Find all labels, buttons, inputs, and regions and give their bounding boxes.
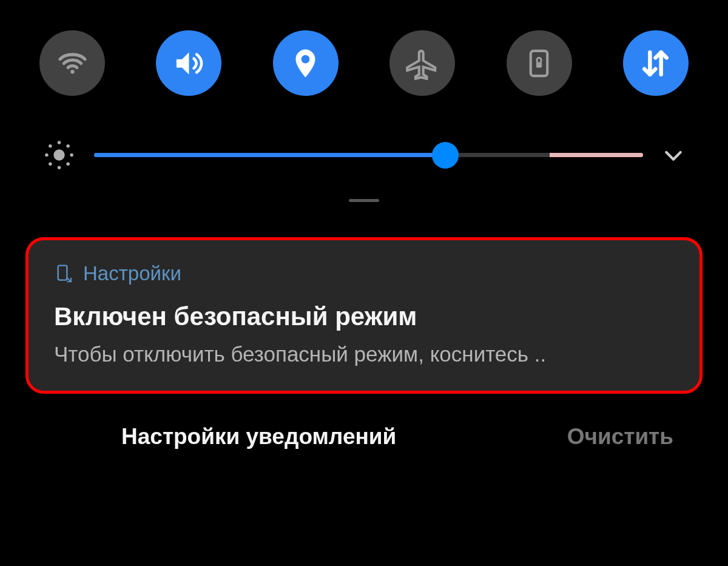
location-icon: [289, 47, 322, 80]
svg-point-9: [66, 144, 70, 148]
brightness-control: [30, 138, 698, 172]
rotation-lock-toggle[interactable]: [507, 30, 572, 96]
mobile-data-toggle[interactable]: [623, 30, 689, 96]
svg-point-0: [70, 70, 74, 73]
svg-point-3: [53, 149, 64, 160]
svg-point-4: [58, 141, 61, 144]
lock-icon: [522, 47, 556, 80]
location-toggle[interactable]: [273, 30, 339, 96]
sound-icon: [172, 47, 206, 80]
notification-title: Включен безопасный режим: [54, 302, 674, 331]
svg-point-5: [58, 166, 61, 169]
notification-settings-button[interactable]: Настройки уведомлений: [121, 424, 396, 450]
settings-app-icon: [54, 264, 73, 283]
svg-point-11: [66, 162, 70, 166]
chevron-down-icon: [661, 143, 686, 167]
svg-point-7: [70, 153, 73, 157]
svg-point-10: [49, 162, 52, 166]
clear-button[interactable]: Очистить: [567, 424, 673, 450]
wifi-icon: [56, 47, 89, 80]
expand-button[interactable]: [661, 143, 686, 167]
airplane-toggle[interactable]: [389, 30, 455, 96]
brightness-slider[interactable]: [94, 140, 643, 170]
brightness-icon: [42, 138, 76, 172]
notification-app-name: Настройки: [83, 262, 181, 285]
notification-footer: Настройки уведомлений Очистить: [0, 400, 728, 474]
quick-toggle-row: [30, 30, 698, 96]
slider-thumb[interactable]: [432, 142, 459, 169]
notification-header: Настройки: [54, 262, 674, 285]
svg-point-6: [45, 153, 49, 157]
data-transfer-icon: [639, 47, 672, 80]
sound-toggle[interactable]: [156, 30, 221, 96]
wifi-toggle[interactable]: [39, 30, 105, 96]
svg-rect-12: [58, 266, 67, 280]
notification-body: Чтобы отключить безопасный режим, коснит…: [54, 342, 674, 366]
svg-rect-2: [536, 62, 542, 67]
quick-settings-panel: [0, 0, 728, 214]
svg-point-8: [49, 144, 52, 148]
notification-area: Настройки Включен безопасный режим Чтобы…: [0, 237, 728, 394]
airplane-icon: [406, 47, 439, 80]
safe-mode-notification[interactable]: Настройки Включен безопасный режим Чтобы…: [25, 237, 703, 394]
drag-handle[interactable]: [349, 199, 379, 202]
